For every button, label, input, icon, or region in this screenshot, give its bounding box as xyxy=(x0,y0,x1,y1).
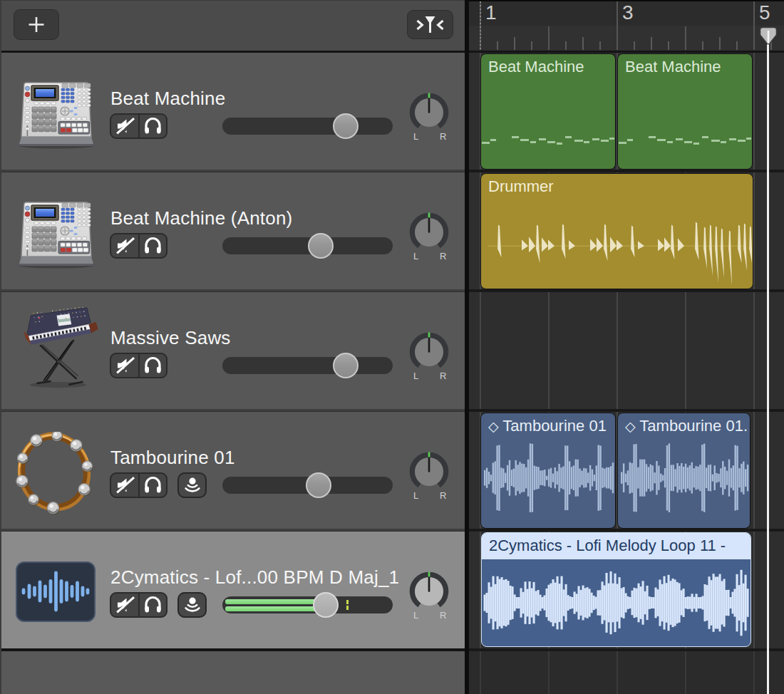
svg-text:R: R xyxy=(440,131,446,142)
svg-text:L: L xyxy=(413,251,418,261)
svg-text:R: R xyxy=(440,610,446,621)
svg-text:L: L xyxy=(413,610,418,621)
svg-text:R: R xyxy=(440,371,446,381)
svg-text:L: L xyxy=(413,131,418,142)
svg-text:R: R xyxy=(440,251,446,261)
svg-text:L: L xyxy=(413,490,418,501)
svg-text:R: R xyxy=(440,490,446,501)
svg-text:L: L xyxy=(413,371,418,381)
